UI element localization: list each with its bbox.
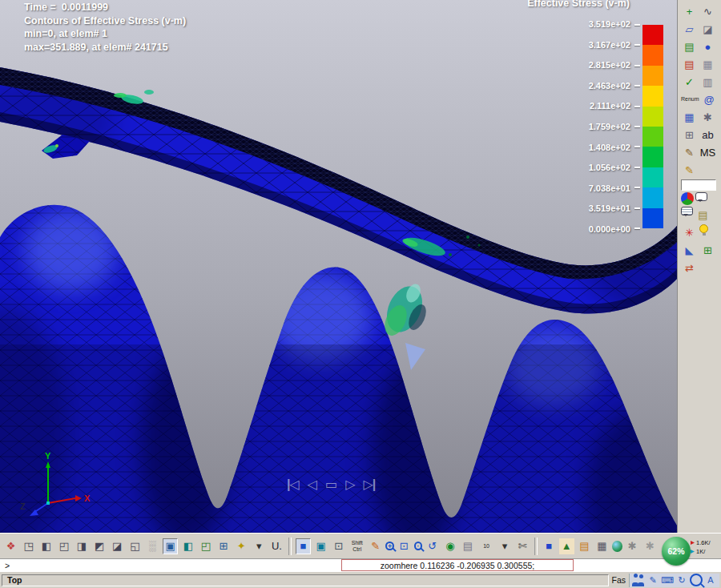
gear-icon[interactable]: ✱: [625, 538, 640, 554]
axes-star-icon[interactable]: ✦: [234, 538, 249, 554]
swap-arrows-icon[interactable]: ⇄: [681, 260, 698, 276]
ms-button[interactable]: MS: [699, 144, 716, 160]
rotate-view-icon[interactable]: ↺: [425, 538, 440, 554]
view-front-icon[interactable]: ◧: [38, 538, 54, 554]
terrain-image-icon[interactable]: ▲: [559, 538, 574, 554]
anim-last-button[interactable]: ▷|: [364, 477, 376, 492]
legend-tick-label: 2.815e+02: [589, 60, 630, 70]
axis-y-label: Y: [45, 451, 51, 461]
states-stack-icon[interactable]: ▤: [460, 538, 475, 554]
perf-readout: 1.6K/1K/: [691, 538, 720, 556]
view-iso2-icon[interactable]: ◩: [92, 538, 107, 554]
color-sphere-icon[interactable]: [681, 192, 694, 205]
legend-color-cell: [642, 45, 663, 65]
legend-tickmark: [634, 187, 640, 188]
center-target-icon[interactable]: ◉: [442, 538, 457, 554]
anim-first-button[interactable]: |◁: [287, 477, 299, 492]
anim-controls: |◁◁▭▷▷|: [287, 477, 375, 492]
ime-pen-icon[interactable]: ✎: [646, 574, 659, 586]
fan-icon[interactable]: ◣: [681, 242, 698, 258]
part-layers-red-icon[interactable]: ▤: [681, 56, 698, 72]
legend-tick-label: 2.463e+02: [589, 81, 630, 91]
model-tools-icon[interactable]: ❖: [3, 538, 18, 554]
command-echo-box[interactable]: zoomhere 0.116236 -0.206935 0.300555;: [341, 559, 574, 571]
sync-icon[interactable]: ↻: [675, 574, 688, 586]
blank-field[interactable]: [681, 179, 716, 191]
ls-prepost-window: Y X Z Time = 0.0011999Contours of Effect…: [0, 0, 721, 588]
columns-icon[interactable]: ▥: [699, 74, 716, 90]
3d-viewport[interactable]: Y X Z Time = 0.0011999Contours of Effect…: [0, 0, 677, 533]
legend-color-cell: [642, 208, 663, 228]
view-orientation-label: Top: [2, 574, 609, 586]
letter-a-icon[interactable]: A: [704, 574, 717, 586]
checker-icon[interactable]: ▦: [594, 538, 610, 554]
block-grid-icon[interactable]: ▦: [699, 56, 716, 72]
anim-stop-button[interactable]: ▭: [325, 477, 336, 492]
legend-tick-label: 3.519e+02: [589, 19, 630, 29]
legend-tick-label: 7.038e+01: [589, 183, 630, 193]
sphere-tool-icon[interactable]: ●: [699, 38, 716, 54]
zoom-pick-icon[interactable]: ·: [414, 542, 422, 550]
node-grid-icon[interactable]: ▦: [681, 109, 698, 125]
stress-legend: 3.519e+023.167e+022.815e+022.463e+022.11…: [589, 0, 663, 234]
users-icon[interactable]: [632, 574, 645, 586]
anim-play-button[interactable]: ▷: [345, 477, 354, 492]
green-cube-icon[interactable]: ◰: [198, 538, 213, 554]
mirror-plane-icon[interactable]: ◪: [699, 21, 716, 37]
axis-z-label: Z: [20, 501, 26, 511]
legend-tickmark: [634, 24, 640, 26]
legend-tickmark: [634, 65, 640, 66]
smooth-shade-icon[interactable]: ▣: [313, 538, 328, 554]
legend-tick-label: 1.759e+02: [589, 122, 630, 131]
gear2-icon[interactable]: ✱: [642, 538, 658, 554]
wireframe-icon[interactable]: ⊡: [331, 538, 346, 554]
section-plane-icon[interactable]: ▱: [681, 21, 698, 37]
grid-dots-icon[interactable]: ░: [145, 538, 160, 554]
anim-prev-button[interactable]: ◁: [308, 477, 316, 492]
zoom-in-icon[interactable]: +: [385, 542, 393, 550]
state-dropdown-caret[interactable]: ▾: [497, 538, 513, 554]
spline-tool-icon[interactable]: ∿: [699, 3, 716, 19]
bottom-toolbar-icons: ❖◳◧◰◨◩◪◱░▣◧◰⊞✦▾U.■▣⊡Shift Ctrl✎+⊡·↺◉▤10▾…: [0, 534, 721, 558]
area-zoom-icon[interactable]: ⊡: [397, 538, 412, 554]
view-iso3-icon[interactable]: ◪: [110, 538, 125, 554]
view-right-icon[interactable]: ◨: [74, 538, 89, 554]
view-dropdown-caret[interactable]: ▾: [252, 538, 267, 554]
unode-button[interactable]: U.: [269, 538, 284, 554]
command-prompt-input[interactable]: >: [0, 559, 341, 571]
legend-tick-label: 1.056e+02: [589, 163, 630, 172]
notes-bubble-icon[interactable]: [681, 207, 693, 215]
part-layers-green-icon[interactable]: ▤: [681, 38, 698, 54]
pick-tool-icon[interactable]: ✄: [515, 538, 530, 554]
brush-icon[interactable]: ✎: [368, 538, 383, 554]
measure-tool-icon[interactable]: +: [681, 3, 698, 19]
globe-icon[interactable]: [612, 541, 622, 552]
search-icon[interactable]: [690, 574, 703, 586]
perf-line: 1K/: [691, 547, 720, 556]
shaded-view-icon[interactable]: ▣: [163, 538, 178, 554]
plus-cube-icon[interactable]: ⊞: [216, 538, 232, 554]
grid-plus-icon[interactable]: ⊞: [681, 127, 698, 143]
view-iso-icon[interactable]: ◳: [21, 538, 36, 554]
teal-cube-icon[interactable]: ◧: [180, 538, 195, 554]
edit-tool-icon[interactable]: ✎: [681, 144, 698, 160]
pages-icon[interactable]: ▤: [577, 538, 592, 554]
swirl-tool-icon[interactable]: @: [701, 91, 718, 107]
solid-cube-icon[interactable]: ■: [542, 538, 557, 554]
palette-icon[interactable]: ▤: [695, 207, 711, 223]
gear-pair-icon[interactable]: ✱: [699, 109, 716, 125]
view-top-icon[interactable]: ◰: [56, 538, 71, 554]
zoom-level-badge[interactable]: 62%: [662, 537, 691, 566]
legend-tick-label: 2.111e+02: [589, 101, 630, 111]
pencil-icon[interactable]: ✎: [681, 162, 698, 178]
keyboard-icon[interactable]: ⌨: [661, 574, 674, 586]
shade-mode-icon[interactable]: ■: [296, 538, 311, 554]
abc-grid-icon[interactable]: ab: [699, 127, 716, 143]
burst-icon[interactable]: ✳: [681, 224, 698, 240]
renumber-check-icon[interactable]: ✓: [681, 74, 698, 90]
view-bottom-icon[interactable]: ◱: [127, 538, 143, 554]
dof-grid-icon[interactable]: ⊞: [699, 242, 716, 258]
comment-bubble-icon[interactable]: [695, 192, 707, 201]
bulb-icon[interactable]: [699, 224, 708, 233]
overlay-text: Time = 0.0011999Contours of Effective St…: [24, 1, 186, 54]
